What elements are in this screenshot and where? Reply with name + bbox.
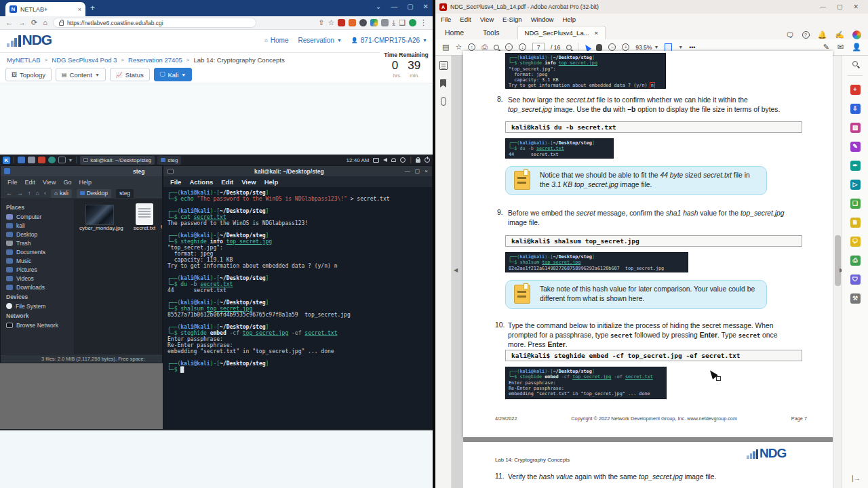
fm-menu-file[interactable]: File (7, 179, 18, 186)
network-item[interactable]: Browse Network (6, 321, 74, 329)
path-desktop-button[interactable]: Desktop (77, 189, 111, 198)
collapse-left-pane-icon[interactable]: ◀ (454, 267, 458, 273)
fm-menu-go[interactable]: Go (63, 179, 71, 186)
home-link[interactable]: ⌂Home (264, 37, 289, 44)
extension-icon[interactable] (359, 19, 367, 26)
status-button[interactable]: 📈Status (110, 68, 150, 81)
new-tab-button[interactable]: + (90, 4, 95, 12)
comment-icon[interactable]: 🗩 (850, 237, 861, 247)
url-text[interactable]: https://netlabve6.coastline.edu/lab.cgi (67, 20, 163, 26)
share-upload-icon[interactable]: ↑ (468, 43, 475, 51)
term-menu-help[interactable]: Help (264, 178, 279, 186)
display-icon[interactable] (373, 158, 379, 163)
scrollbar-thumb[interactable] (835, 235, 841, 286)
tab-split-icon[interactable]: ❑ (399, 19, 406, 26)
print-production-icon[interactable]: ⎙ (850, 256, 861, 266)
export-pdf-icon[interactable]: ⇩ (850, 104, 861, 114)
download-icon[interactable]: ⤓ (392, 19, 395, 26)
edit-pdf-icon[interactable]: ▤ (850, 123, 861, 133)
file-cyber-monday[interactable]: cyber_monday.jpg (79, 205, 120, 231)
close-icon[interactable]: × (425, 168, 428, 174)
home-icon[interactable]: ⌂ (36, 190, 39, 197)
next-page-icon[interactable]: ↓ (519, 43, 526, 51)
find-icon[interactable] (566, 45, 572, 50)
term-menu-file[interactable]: File (170, 178, 181, 186)
previous-page-icon[interactable]: ↑ (505, 43, 513, 51)
menu-esign[interactable]: E-Sign (502, 16, 522, 23)
terminal-titlebar[interactable]: kali@kali: ~/Desktop/steg — ▢ × (163, 166, 432, 176)
terminal-launcher-icon[interactable] (58, 157, 66, 163)
place-item[interactable]: Trash (6, 239, 74, 247)
status-circle-icon[interactable] (400, 157, 406, 163)
save-icon[interactable]: ▤ (442, 43, 449, 51)
menu-window[interactable]: Window (531, 16, 554, 23)
path-home-button[interactable]: ⌂kali (51, 189, 72, 198)
fm-menu-view[interactable]: View (43, 179, 56, 186)
tab-tools[interactable]: Tools (473, 26, 509, 39)
address-bar[interactable]: https://netlabve6.coastline.edu/lab.cgi (53, 18, 256, 28)
minimize-icon[interactable]: — (405, 168, 410, 174)
terminal-output[interactable]: ┌──(kali@kali)-[~/Desktop/steg]└─$ echo … (163, 187, 432, 373)
maximize-icon[interactable]: ▢ (415, 168, 420, 174)
fm-file-area[interactable]: cyber_monday.jpg secret.txt t (74, 199, 162, 354)
menu-help[interactable]: Help (562, 16, 576, 23)
menu-edit[interactable]: Edit (460, 16, 471, 23)
maximize-icon[interactable]: ▢ (837, 3, 843, 10)
request-signatures-icon[interactable]: ▷ (850, 180, 861, 190)
fit-page-icon[interactable] (665, 43, 672, 52)
kali-menu-icon[interactable]: K (3, 157, 10, 164)
breadcrumb-pod[interactable]: NDG SecPlusv4 Pod 3 (52, 56, 117, 64)
term-menu-actions[interactable]: Actions (189, 178, 213, 186)
fm-titlebar[interactable]: steg (1, 166, 162, 176)
zoom-level-select[interactable]: 93.5%▼ (635, 44, 658, 51)
home-icon[interactable]: ⌂ (43, 19, 47, 26)
text-editor-launcher-icon[interactable] (38, 157, 45, 163)
expand-panel-icon[interactable]: |→ (852, 474, 861, 482)
close-icon[interactable]: × (595, 29, 599, 37)
place-item[interactable]: Videos (6, 274, 74, 283)
topology-button[interactable]: 🖼Topology (5, 68, 52, 81)
content-button[interactable]: ▤Content▼ (56, 68, 106, 81)
share-feedback-icon[interactable]: 🗨 (787, 31, 794, 39)
file-manager-launcher-icon[interactable] (28, 157, 35, 163)
chevron-down-icon[interactable]: ▼ (68, 158, 73, 163)
lock-screen-icon[interactable] (416, 159, 420, 163)
hand-tool-icon[interactable] (596, 44, 602, 51)
volume-icon[interactable] (383, 158, 387, 162)
breadcrumb-reservation[interactable]: Reservation 27405 (128, 56, 182, 64)
zoom-search-icon[interactable] (494, 45, 499, 50)
fm-menu-edit[interactable]: Edit (25, 179, 36, 186)
place-item[interactable]: Music (6, 256, 74, 265)
forward-icon[interactable]: → (18, 19, 26, 26)
extension-icon[interactable] (381, 19, 389, 26)
page-thumbnails-icon[interactable] (439, 61, 448, 70)
path-current-button[interactable]: steg (116, 189, 134, 198)
app-launcher-icon[interactable] (18, 157, 25, 163)
taskbar-terminal-window[interactable]: kali@kali: ~/Desktop/steg (80, 156, 155, 165)
find-icon[interactable] (852, 61, 858, 66)
close-icon[interactable]: ✕ (853, 3, 859, 10)
zoom-in-icon[interactable]: + (622, 43, 629, 51)
organize-pages-icon[interactable]: ❏ (850, 199, 861, 209)
taskbar-fm-window[interactable]: steg (157, 156, 181, 165)
draw-signature-icon[interactable]: ✒ (850, 161, 861, 171)
attachments-icon[interactable] (441, 97, 446, 106)
term-menu-view[interactable]: View (241, 178, 256, 186)
place-item[interactable]: Downloads (6, 283, 74, 291)
place-item[interactable]: Computer (6, 212, 74, 221)
adobe-extension-icon[interactable] (338, 19, 345, 26)
more-tools-icon[interactable]: ••• (689, 44, 695, 51)
notifications-icon[interactable] (391, 158, 396, 162)
forward-icon[interactable]: → (17, 190, 23, 197)
chevron-left-icon[interactable]: ‹ (44, 190, 46, 197)
place-item[interactable]: kali (6, 221, 74, 230)
chevron-down-icon[interactable]: ⌄ (376, 3, 381, 10)
power-icon[interactable] (425, 157, 430, 163)
zoom-out-icon[interactable]: − (608, 43, 616, 51)
fill-sign-icon[interactable]: ✎ (850, 142, 861, 152)
print-icon[interactable]: ⎙ (481, 43, 488, 51)
protect-icon[interactable]: 🛡 (850, 274, 861, 285)
maximize-icon[interactable]: ▢ (407, 3, 413, 10)
browser-tab[interactable]: N NETLAB+ × (5, 2, 85, 16)
tab-close-icon[interactable]: × (78, 6, 81, 13)
